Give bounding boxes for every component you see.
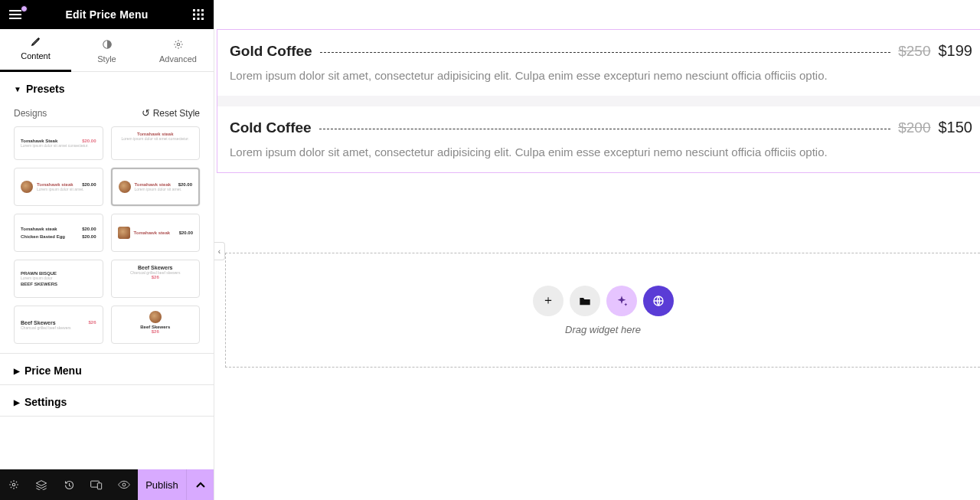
editor-sidebar: Edit Price Menu Content Style [0,0,214,500]
preset-thumb [149,311,162,323]
preset-card-9[interactable]: Beef Skewers$26 Charcoal grilled beef sk… [14,306,103,344]
caret-down-icon: ▼ [14,85,21,93]
publish-label: Publish [145,479,178,491]
add-widget-button[interactable]: ＋ [533,286,564,316]
chevron-up-icon [196,482,205,488]
gear-icon [173,38,184,51]
tab-content-label: Content [21,51,51,60]
svg-rect-5 [201,14,204,16]
caret-right-icon: ▶ [14,398,20,407]
preset-card-1[interactable]: Tomahawk Steak$20.00 Lorem ipsum dolor s… [14,126,103,160]
reset-style-button[interactable]: ↺ Reset Style [142,107,200,119]
panel-title: Edit Price Menu [65,8,148,21]
preset-thumb [119,181,131,193]
preset-thumb [118,227,130,239]
designs-row: Designs ↺ Reset Style [0,103,214,126]
svg-rect-7 [198,18,200,20]
preview-icon[interactable] [110,469,138,500]
section-presets-label: Presets [26,83,65,95]
pencil-icon [31,34,41,48]
menu-item: Cold Coffee $200 $150 Lorem ipsum dolor … [217,96,980,172]
footer-icons [0,469,138,500]
section-price-menu[interactable]: ▶ Price Menu [0,353,214,384]
responsive-icon[interactable] [83,469,110,500]
menu-icon[interactable] [8,7,23,22]
preset-card-4[interactable]: Tomahawk steak$20.00 Lorem ipsum dolor s… [111,168,201,206]
tab-advanced[interactable]: Advanced [142,29,214,71]
menu-item-title: Gold Coffee [230,43,312,60]
tab-style[interactable]: Style [71,29,142,71]
menu-item-separator [320,52,891,53]
menu-item-separator [319,129,891,129]
publish-options-button[interactable] [186,469,214,500]
preset-card-6[interactable]: Tomahawk steak$20.00 [111,214,201,252]
reset-style-label: Reset Style [153,108,200,119]
svg-rect-0 [193,9,195,11]
preset-grid: Tomahawk Steak$20.00 Lorem ipsum dolor s… [0,126,214,353]
chevron-left-icon: ‹ [218,247,220,256]
sidebar-header: Edit Price Menu [0,0,214,29]
menu-item-new-price: $150 [939,119,973,136]
section-presets[interactable]: ▼ Presets [0,72,214,103]
editor-tabs: Content Style Advanced [0,29,214,72]
drop-actions: ＋ [533,286,674,316]
svg-rect-8 [201,18,204,20]
undo-icon: ↺ [142,107,150,119]
menu-item: Gold Coffee $250 $199 Lorem ipsum dolor … [217,30,980,96]
sidebar-footer: Publish [0,469,214,500]
preset-card-8[interactable]: Beef Skewers Charcoal grilled beef skewe… [111,260,201,298]
ai-generate-button[interactable] [606,286,637,316]
panel-body: ▼ Presets Designs ↺ Reset Style Tomahawk… [0,72,214,469]
caret-right-icon: ▶ [14,367,20,375]
history-icon[interactable] [55,469,83,500]
svg-rect-1 [198,9,200,11]
menu-item-title: Cold Coffee [230,119,312,136]
svg-rect-13 [97,482,101,489]
publish-button[interactable]: Publish [138,469,186,500]
sparkle-icon [616,295,628,307]
folder-icon [579,296,591,306]
svg-rect-6 [193,18,195,20]
menu-item-old-price: $250 [898,43,930,60]
menu-item-new-price: $199 [939,42,973,60]
svg-rect-3 [193,14,195,16]
widgets-grid-icon[interactable] [191,7,206,22]
plus-icon: ＋ [542,292,554,309]
collapse-sidebar-handle[interactable]: ‹ [214,242,225,260]
preset-card-7[interactable]: PRAWN BISQUE Lorem ipsum dolor BEEF SKEW… [14,260,103,298]
drop-zone[interactable]: ＋ Drag widget here [225,253,980,368]
preset-card-5[interactable]: Tomahawk steak$20.00 Chicken Basted Egg$… [14,214,103,252]
preset-thumb [21,181,33,193]
preset-card-2[interactable]: Tomahawk steak Lorem ipsum dolor sit ame… [111,126,201,160]
svg-rect-4 [198,14,200,16]
section-price-menu-label: Price Menu [24,364,82,377]
menu-item-description: Lorem ipsum dolor sit amet, consectetur … [230,145,968,158]
menu-item-description: Lorem ipsum dolor sit amet, consectetur … [230,69,968,82]
globals-button[interactable] [643,286,674,316]
editor-canvas: ‹ Gold Coffee $250 $199 Lorem ipsum dolo… [214,0,980,500]
designs-label: Designs [14,108,47,119]
svg-rect-2 [201,9,204,11]
tab-content[interactable]: Content [0,29,71,71]
template-library-button[interactable] [570,286,600,316]
section-settings[interactable]: ▶ Settings [0,384,214,417]
svg-point-11 [12,483,15,486]
globe-icon [652,295,665,307]
svg-point-10 [177,43,180,46]
svg-point-14 [122,483,126,486]
settings-icon[interactable] [0,469,28,500]
drop-zone-label: Drag widget here [565,324,641,335]
menu-item-old-price: $200 [898,119,930,136]
navigator-icon[interactable] [28,469,55,500]
contrast-icon [102,38,113,51]
preset-card-3[interactable]: Tomahawk steak$20.00 Lorem ipsum dolor s… [14,168,103,206]
preset-card-10[interactable]: Beef Skewers $26 [111,306,201,344]
section-settings-label: Settings [24,396,67,408]
tab-advanced-label: Advanced [159,54,197,64]
price-menu-widget[interactable]: Gold Coffee $250 $199 Lorem ipsum dolor … [217,29,980,173]
tab-style-label: Style [97,54,116,64]
